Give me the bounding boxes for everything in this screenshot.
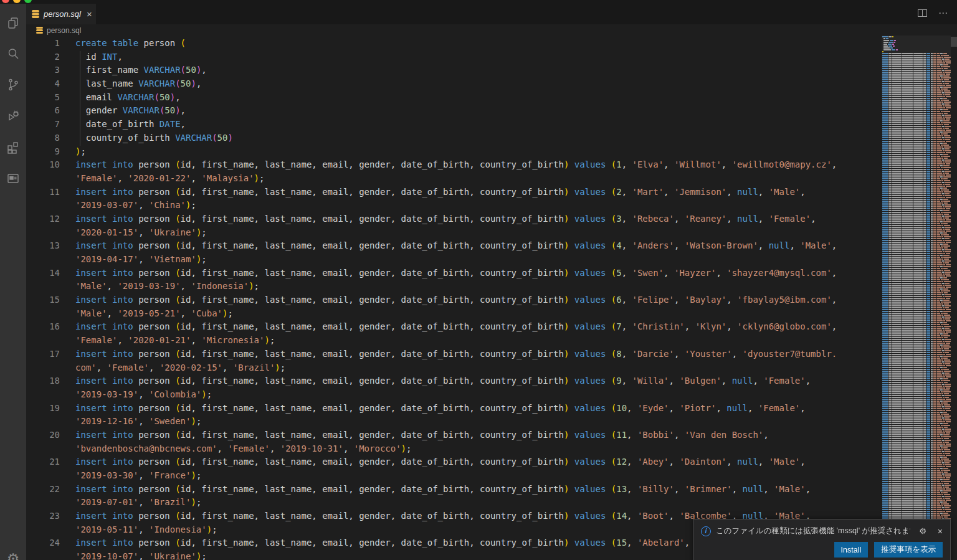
line-number (26, 550, 60, 560)
code-row: 15insert into person (id, first_name, la… (26, 293, 957, 307)
line-number: 17 (26, 348, 60, 361)
notification-message: このファイルの種類には拡張機能 'mssql' が推奨されます。 (716, 526, 910, 536)
line-number: 4 (26, 77, 60, 91)
line-number (26, 361, 60, 375)
preview-window-icon[interactable] (0, 168, 26, 189)
search-icon[interactable] (0, 43, 26, 64)
line-number (26, 388, 60, 402)
tab-person-sql[interactable]: person.sql × (26, 4, 96, 24)
code-row: com', 'Female', '2020-02-15', 'Brazil'); (26, 361, 957, 375)
code-row: 21insert into person (id, first_name, la… (26, 455, 957, 469)
code-row: 'bvandenboscha@nbcnews.com', 'Female', '… (26, 442, 957, 456)
source-control-icon[interactable] (0, 74, 26, 95)
code-row: '2019-03-07', 'China'); (26, 199, 957, 212)
code-row: 4 last_name VARCHAR(50), (26, 77, 957, 91)
line-number: 9 (26, 145, 60, 159)
code-row: 7 date_of_birth DATE, (26, 118, 957, 131)
window-content-icon (6, 171, 21, 186)
line-number: 15 (26, 293, 60, 307)
notification-close-icon[interactable]: × (938, 526, 943, 536)
code-row: 11insert into person (id, first_name, la… (26, 186, 957, 199)
indent-guide (80, 51, 80, 146)
minimap-viewport-slider[interactable] (882, 36, 951, 105)
code-lines: 1create table person (2 id INT,3 first_n… (26, 36, 957, 560)
extensions-icon[interactable] (0, 136, 26, 157)
code-row: 14insert into person (id, first_name, la… (26, 267, 957, 280)
line-number (26, 469, 60, 483)
info-icon: i (701, 526, 711, 536)
line-number (26, 496, 60, 510)
code-row: '2020-01-15', 'Ukraine'); (26, 226, 957, 240)
settings-gear-icon[interactable]: ⚙ (0, 548, 26, 560)
code-row: 13insert into person (id, first_name, la… (26, 239, 957, 253)
code-row: 9); (26, 145, 957, 159)
notification-settings-icon[interactable]: ⚙ (919, 526, 926, 536)
extensions-squares-icon (6, 139, 21, 154)
code-row: 17insert into person (id, first_name, la… (26, 348, 957, 361)
vscode-window: ⚙ person.sql × ⋯ person.sql 1create tabl… (0, 0, 957, 560)
code-row: 'Male', '2019-05-21', 'Cuba'); (26, 307, 957, 321)
code-row: '2019-04-17', 'Vietnam'); (26, 253, 957, 267)
line-number: 6 (26, 104, 60, 118)
line-number (26, 415, 60, 429)
line-number (26, 253, 60, 267)
explorer-icon[interactable] (0, 12, 26, 34)
line-number (26, 199, 60, 212)
code-row: 5 email VARCHAR(50), (26, 91, 957, 105)
install-button[interactable]: Install (834, 542, 869, 558)
breadcrumb-item[interactable]: person.sql (47, 26, 81, 35)
code-row: 'Male', '2019-03-19', 'Indonesia'); (26, 280, 957, 293)
code-row: 2 id INT, (26, 50, 957, 64)
scrollbar-slider[interactable] (951, 37, 957, 47)
code-row: '2019-03-19', 'Colombia'); (26, 388, 957, 402)
code-row: '2019-07-01', 'Brazil'); (26, 496, 957, 510)
line-number: 24 (26, 536, 60, 550)
line-number: 7 (26, 118, 60, 131)
split-editor-icon[interactable] (918, 9, 927, 17)
line-number: 23 (26, 510, 60, 523)
notification-toast: i このファイルの種類には拡張機能 'mssql' が推奨されます。 ⚙ × I… (693, 519, 951, 560)
line-number: 2 (26, 50, 60, 64)
gear-icon: ⚙ (7, 552, 20, 560)
code-row: 22insert into person (id, first_name, la… (26, 483, 957, 496)
code-row: '2019-03-30', 'France'); (26, 469, 957, 483)
database-file-icon (32, 10, 39, 18)
code-row: 8 country_of_birth VARCHAR(50) (26, 131, 957, 145)
files-icon (6, 16, 21, 31)
code-row: 'Female', '2020-01-21', 'Micronesia'); (26, 334, 957, 348)
line-number (26, 334, 60, 348)
activity-bar: ⚙ (0, 4, 26, 560)
line-number: 8 (26, 131, 60, 145)
line-number: 20 (26, 429, 60, 442)
line-number (26, 442, 60, 456)
minimap[interactable] (882, 36, 951, 560)
tab-close-icon[interactable]: × (87, 9, 92, 19)
code-row: 18insert into person (id, first_name, la… (26, 374, 957, 388)
code-row: 'Female', '2020-01-22', 'Malaysia'); (26, 172, 957, 186)
line-number: 5 (26, 91, 60, 105)
line-number: 21 (26, 455, 60, 469)
breadcrumb: person.sql (26, 24, 957, 36)
line-number: 3 (26, 64, 60, 77)
line-number: 22 (26, 483, 60, 496)
code-row: 6 gender VARCHAR(50), (26, 104, 957, 118)
line-number (26, 226, 60, 240)
show-recommendations-button[interactable]: 推奨事項を表示 (874, 542, 943, 558)
editor[interactable]: 1create table person (2 id INT,3 first_n… (26, 36, 957, 560)
bug-play-icon (6, 108, 21, 123)
line-number: 12 (26, 212, 60, 226)
code-row: 19insert into person (id, first_name, la… (26, 402, 957, 415)
line-number: 14 (26, 267, 60, 280)
more-actions-icon[interactable]: ⋯ (938, 7, 948, 19)
tab-label: person.sql (44, 9, 81, 19)
line-number: 19 (26, 402, 60, 415)
titlebar (0, 0, 957, 4)
line-number: 10 (26, 158, 60, 172)
run-and-debug-icon[interactable] (0, 105, 26, 126)
code-row: 10insert into person (id, first_name, la… (26, 158, 957, 172)
line-number: 18 (26, 374, 60, 388)
line-number (26, 307, 60, 321)
code-row: 3 first_name VARCHAR(50), (26, 64, 957, 77)
code-row: 12insert into person (id, first_name, la… (26, 212, 957, 226)
line-number: 11 (26, 186, 60, 199)
